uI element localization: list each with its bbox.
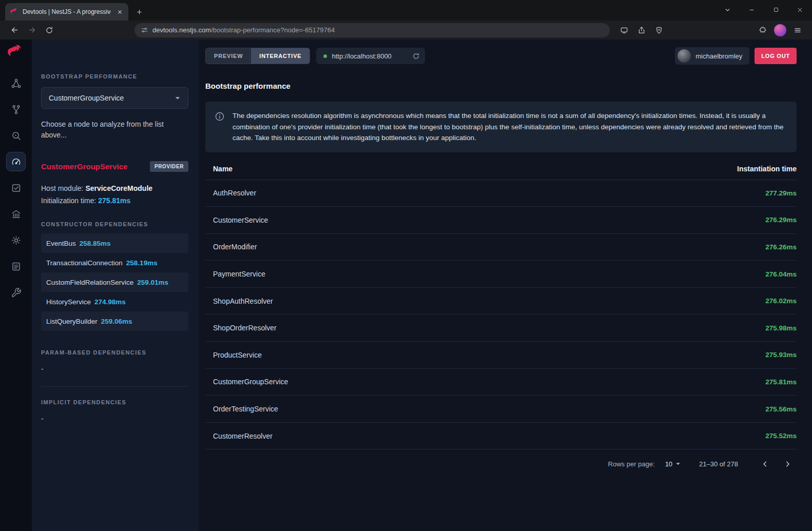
pagination-range: 21–30 of 278 [699,460,738,468]
status-dot [323,54,327,58]
info-icon [215,111,225,144]
dependency-item[interactable]: CustomFieldRelationService259.01ms [41,272,188,292]
nestjs-logo [7,44,25,61]
tab-title: Devtools | NestJS - A progressive [23,8,111,15]
chevron-down-icon [172,93,183,103]
choose-node-hint: Choose a node to analyze from the list a… [41,119,173,141]
tab-close-icon[interactable] [115,7,124,16]
implicit-deps-title: IMPLICIT DEPENDENCIES [41,399,188,405]
browser-window: Devtools | NestJS - A progressive [0,0,812,531]
back-icon[interactable] [6,23,23,38]
new-tab-icon[interactable] [131,4,147,19]
close-icon[interactable] [788,0,812,19]
extensions-icon[interactable] [755,23,771,38]
tab-search-icon[interactable] [716,0,740,19]
panel-divider [41,386,188,387]
selected-node-name: CustomerGroupService [41,162,127,171]
url-text: devtools.nestjs.com/bootstrap-performanc… [152,26,335,34]
table-row[interactable]: OrderModifier276.26ms [205,233,797,261]
forward-icon[interactable] [24,23,40,38]
inspect-icon[interactable] [6,126,26,145]
table-row[interactable]: OrderTestingService275.56ms [205,395,797,422]
devtools-app: BOOTSTRAP PERFORMANCE CustomerGroupServi… [0,40,812,531]
dependency-item[interactable]: EventBus258.85ms [41,233,188,253]
app-header: PREVIEW INTERACTIVE http://localhost:800… [205,44,797,68]
routes-icon[interactable] [6,100,26,119]
constructor-deps-title: CONSTRUCTOR DEPENDENCIES [41,221,188,227]
table-row[interactable]: AuthResolver277.29ms [205,180,797,207]
menu-icon[interactable] [789,23,806,38]
logout-button[interactable]: LOG OUT [755,48,797,64]
constructor-deps-list: EventBus258.85ms TransactionalConnection… [41,233,188,331]
mode-toggle: PREVIEW INTERACTIVE [205,48,310,64]
main-content: PREVIEW INTERACTIVE http://localhost:800… [199,40,812,531]
graph-icon[interactable] [6,73,26,93]
target-url: http://localhost:8000 [332,52,408,60]
audit-icon[interactable] [6,178,26,198]
target-reload-icon[interactable] [412,52,420,60]
tools-icon[interactable] [6,283,26,302]
preview-button[interactable]: PREVIEW [206,48,251,64]
settings-icon[interactable] [6,230,26,250]
rows-per-page-label: Rows per page: [608,460,655,468]
performance-icon[interactable] [6,152,26,171]
pagination: Rows per page: 10 21–30 of 278 [205,449,797,478]
share-icon[interactable] [633,23,650,38]
browser-titlebar: Devtools | NestJS - A progressive [0,0,812,21]
param-deps-value: - [41,365,188,373]
previous-page-icon[interactable] [756,455,774,473]
reload-icon[interactable] [41,23,57,38]
brave-shield-icon[interactable] [651,23,667,38]
next-page-icon[interactable] [778,455,797,473]
table-row[interactable]: CustomerService276.29ms [205,206,797,233]
init-time-value: 275.81ms [98,196,130,205]
table-row[interactable]: CustomerResolver275.52ms [205,422,797,449]
user-name: michaelbromley [695,52,742,60]
cast-icon[interactable] [616,23,632,38]
browser-tab[interactable]: Devtools | NestJS - A progressive [5,3,128,21]
chevron-down-icon [673,459,683,468]
node-select-value: CustomerGroupService [49,94,172,102]
provider-badge: PROVIDER [150,161,188,172]
maximize-icon[interactable] [764,0,788,19]
table-row[interactable]: ShopAuthResolver276.02ms [205,287,797,314]
table-row[interactable]: ShopOrderResolver275.98ms [205,314,797,341]
dependency-item[interactable]: ListQueryBuilder259.06ms [41,311,188,331]
nestjs-favicon [10,8,18,16]
dependency-item[interactable]: HistoryService274.98ms [41,292,188,311]
url-bar[interactable]: devtools.nestjs.com/bootstrap-performanc… [134,23,610,37]
init-time-row: Initialization time: 275.81ms [41,194,188,207]
table-row[interactable]: CustomerGroupService275.81ms [205,368,797,396]
performance-table: Name Instantiation time AuthResolver277.… [205,156,797,450]
node-select[interactable]: CustomerGroupService [41,87,188,109]
panel-title: BOOTSTRAP PERFORMANCE [41,73,188,80]
minimize-icon[interactable] [740,0,764,19]
param-deps-title: PARAM-BASED DEPENDENCIES [41,349,188,356]
user-avatar [678,49,691,63]
col-time: Instantiation time [737,165,797,173]
bootstrap-panel: BOOTSTRAP PERFORMANCE CustomerGroupServi… [32,40,199,531]
implicit-deps-value: - [41,415,188,423]
target-url-field[interactable]: http://localhost:8000 [316,48,425,64]
table-row[interactable]: ProductService275.93ms [205,341,797,368]
browser-navbar: devtools.nestjs.com/bootstrap-performanc… [0,21,812,40]
rows-per-page-select[interactable]: 10 [665,459,683,468]
docs-icon[interactable] [6,257,26,276]
table-row[interactable]: PaymentService276.04ms [205,260,797,287]
host-module-row: Host module: ServiceCoreModule [41,182,188,194]
site-settings-icon[interactable] [141,26,148,34]
icon-rail [0,40,32,531]
dependency-item[interactable]: TransactionalConnection258.19ms [41,253,188,272]
interactive-button[interactable]: INTERACTIVE [251,48,310,64]
col-name: Name [213,165,233,173]
user-menu[interactable]: michaelbromley [675,47,749,65]
profile-avatar[interactable] [772,23,788,38]
table-header: Name Instantiation time [205,156,797,180]
page-title: Bootstrap performance [205,82,797,90]
modules-icon[interactable] [6,204,26,224]
info-text: The dependencies resolution algorithm is… [233,110,786,144]
host-module-value: ServiceCoreModule [85,184,152,192]
info-banner: The dependencies resolution algorithm is… [205,102,797,152]
